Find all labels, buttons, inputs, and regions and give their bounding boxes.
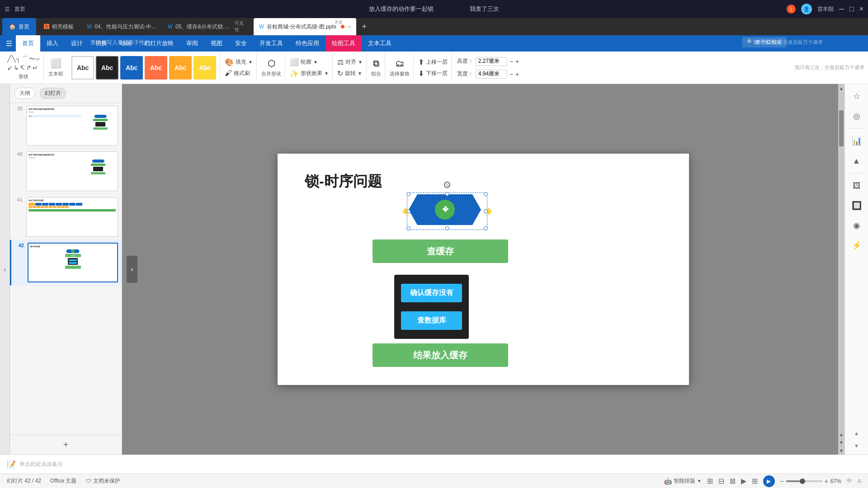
fill-dropdown[interactable]: ▼	[248, 60, 253, 65]
max-btn[interactable]: □	[849, 5, 854, 13]
handle-br[interactable]	[484, 226, 488, 230]
handle-tr[interactable]	[484, 192, 488, 196]
vscroll-down[interactable]: ▼	[838, 446, 844, 455]
outline-btn[interactable]: ⬜ 轮廓 ▼	[290, 58, 329, 66]
style-blue[interactable]: Abc	[120, 56, 143, 80]
view-normal-btn[interactable]: ⊞	[707, 477, 713, 485]
close-btn[interactable]: ×	[859, 5, 863, 13]
zoom-slider[interactable]	[786, 480, 822, 482]
width-input[interactable]	[476, 70, 507, 79]
zoom-thumb[interactable]	[800, 479, 805, 484]
effect-btn[interactable]: ✨ 形状效果 ▼	[290, 69, 329, 78]
ribbon-tab-devtools[interactable]: 开发工具	[253, 35, 289, 52]
smart-arrange-btn[interactable]: 🤖 智能排版 ▼	[664, 477, 702, 485]
vscroll-mid2[interactable]: ▼	[838, 438, 844, 446]
rotate-btn[interactable]: ↻ 旋转 ▼	[337, 69, 363, 78]
rpanel-icon-5[interactable]: 🖼	[848, 177, 865, 194]
view-grid-btn[interactable]: ⊠	[730, 477, 736, 485]
ribbon-tab-home[interactable]: 首页	[16, 35, 40, 52]
rpanel-scroll-down[interactable]: ▼	[848, 441, 865, 451]
file-menu[interactable]: 首页	[14, 5, 25, 13]
shape-line4[interactable]: ⌐	[36, 55, 40, 63]
style-orange2[interactable]: Abc	[169, 56, 192, 80]
select-pane-btn[interactable]: 🗂 选择窗格	[386, 53, 414, 82]
zoom-minus-btn[interactable]: −	[780, 478, 784, 485]
handle-bl[interactable]	[406, 226, 410, 230]
ribbon-menu-icon[interactable]: ☰	[2, 39, 16, 48]
vscroll-thumb[interactable]	[839, 110, 844, 146]
tab-template[interactable]: 🅱 稻壳模板	[37, 18, 80, 35]
rotate-dropdown[interactable]: ▼	[358, 71, 362, 76]
tab-doc1[interactable]: W 04、性能与压力测试-中...	[81, 18, 161, 35]
view-presenter-btn[interactable]: ▶	[741, 477, 746, 485]
canvas-nav-left[interactable]: ‹	[127, 256, 137, 283]
notes-placeholder[interactable]: 单击此处添加备注	[19, 460, 63, 468]
height-minus[interactable]: −	[509, 58, 513, 65]
slide-thumb-39[interactable]: 39 使用下缓存导致的问题-缓存穿透 问题描述... 查询	[10, 103, 122, 149]
ribbon-tab-insert[interactable]: 插入	[40, 35, 65, 52]
style-white[interactable]: Abc	[71, 56, 94, 80]
shape-line1[interactable]: ╱	[7, 55, 11, 63]
shape-line2[interactable]: ╲	[12, 55, 15, 63]
add-slide-btn[interactable]: +	[10, 435, 122, 455]
align-btn[interactable]: ⚖ 对齐 ▼	[337, 58, 363, 66]
outline-dropdown[interactable]: ▼	[313, 60, 318, 65]
tab-home[interactable]: 🏠 首页	[2, 18, 36, 35]
ribbon-search[interactable]: 🔍 来个双检索	[742, 37, 787, 47]
handle-tl[interactable]	[406, 192, 410, 196]
style-black[interactable]: Abc	[96, 56, 118, 80]
vscroll-up[interactable]: ▲	[838, 84, 844, 92]
tab-pptx[interactable]: W 谷粒商城-分布式高级-图.pptx × 并发	[254, 18, 357, 35]
textbox-btn[interactable]: ⬜ 文本框	[45, 53, 67, 82]
rpanel-icon-1[interactable]: ☆	[848, 88, 865, 105]
green-bar-1[interactable]: 查缓存	[373, 239, 508, 263]
zoom-plus-btn[interactable]: +	[825, 478, 828, 485]
width-minus[interactable]: −	[509, 70, 513, 78]
format-btn[interactable]: 🖌 格式刷	[225, 69, 253, 77]
outline-tab-btn[interactable]: 大纲	[14, 88, 35, 99]
style-yellow[interactable]: Abc	[193, 56, 216, 80]
ribbon-tab-view[interactable]: 视图	[204, 35, 229, 52]
view-reading-btn[interactable]: ⊞	[752, 477, 758, 485]
style-orange1[interactable]: Abc	[145, 56, 167, 80]
shape-arrow1[interactable]: ↙	[7, 64, 13, 71]
green-bar-2[interactable]: 结果放入缓存	[373, 343, 508, 367]
left-collapse-btn[interactable]: ‹	[0, 84, 10, 455]
tab-pptx-close[interactable]: ×	[348, 24, 351, 29]
ribbon-tab-text[interactable]: 文本工具	[362, 35, 398, 52]
tab-new[interactable]: +	[357, 18, 371, 35]
rpanel-icon-7[interactable]: ◉	[848, 217, 865, 234]
height-input[interactable]	[476, 57, 507, 66]
slide-thumb-41[interactable]: 41 如何下述时序问题?	[10, 194, 122, 240]
shape-line3[interactable]: ┐	[16, 55, 21, 63]
handle-ml[interactable]	[406, 209, 410, 213]
rotate-handle[interactable]: ↻	[444, 182, 450, 188]
rpanel-icon-8[interactable]: ⚡	[848, 237, 865, 254]
handle-bc[interactable]	[445, 226, 449, 230]
shape-curve2[interactable]: 〜	[29, 55, 35, 63]
width-plus[interactable]: +	[515, 70, 519, 78]
ribbon-tab-features[interactable]: 特色应用	[289, 35, 326, 52]
rpanel-icon-3[interactable]: 📊	[848, 132, 865, 150]
tab-doc2[interactable]: W 05、缓存&分布式锁.docx 可见性	[162, 18, 253, 35]
down-layer-btn[interactable]: ⬇ 下移一层	[418, 69, 448, 78]
arrow-shape-container[interactable]: ↻ ✦	[409, 194, 486, 228]
group-btn[interactable]: ⧉ 组合	[368, 53, 385, 82]
rpanel-icon-4[interactable]: ▲	[848, 152, 865, 169]
slide-thumb-40[interactable]: 40 使用下缓存导致的问题-缓存击穿 ● 缓存击穿	[10, 149, 122, 194]
shape-arrow3[interactable]: ↸	[20, 64, 25, 71]
smart-dropdown[interactable]: ▼	[697, 479, 702, 483]
shape-arrow5[interactable]: ↵	[33, 64, 38, 71]
up-layer-btn[interactable]: ⬆ 上移一层	[418, 58, 448, 66]
rpanel-icon-2[interactable]: ◎	[848, 108, 865, 125]
handle-tc[interactable]	[445, 192, 449, 196]
ribbon-tab-drawing[interactable]: 绘图工具	[326, 35, 362, 52]
play-btn[interactable]: ▶	[763, 475, 775, 487]
align-dropdown[interactable]: ▼	[358, 60, 363, 65]
slide-thumb-42[interactable]: 42 锁-时序问题 查缓存	[10, 240, 122, 286]
combine-btn[interactable]: ⬡ 合并形状	[258, 53, 285, 82]
ribbon-tab-review[interactable]: 审阅	[180, 35, 204, 52]
handle-mr[interactable]	[484, 209, 488, 213]
shape-arrow2[interactable]: ↳	[14, 64, 19, 71]
shape-curve1[interactable]: ⌒	[22, 55, 28, 63]
